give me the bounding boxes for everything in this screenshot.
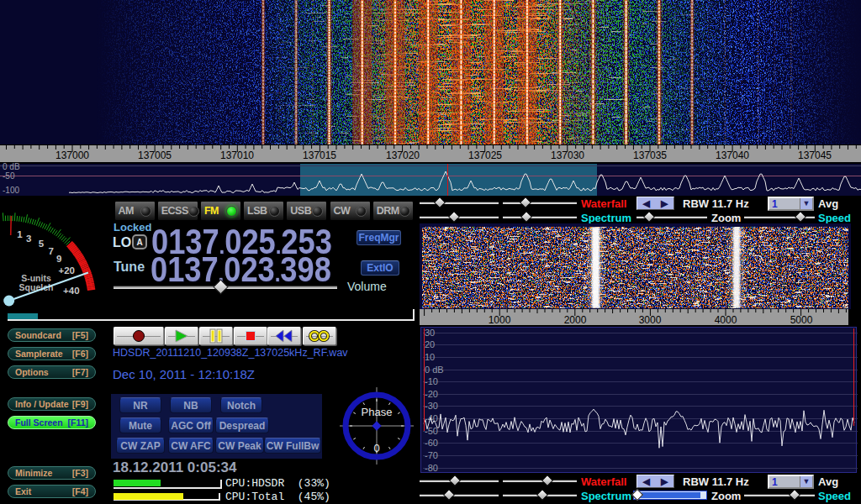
svg-text:+20: +20	[58, 265, 75, 276]
svg-text:1: 1	[17, 229, 23, 239]
svg-text:+40: +40	[63, 286, 80, 296]
svg-text:5: 5	[39, 239, 45, 249]
svg-text:7: 7	[49, 246, 54, 256]
svg-text:9: 9	[56, 254, 61, 264]
svg-text:0: 0	[373, 442, 379, 454]
svg-text:3: 3	[26, 234, 31, 244]
svg-text:Phase: Phase	[362, 406, 393, 418]
